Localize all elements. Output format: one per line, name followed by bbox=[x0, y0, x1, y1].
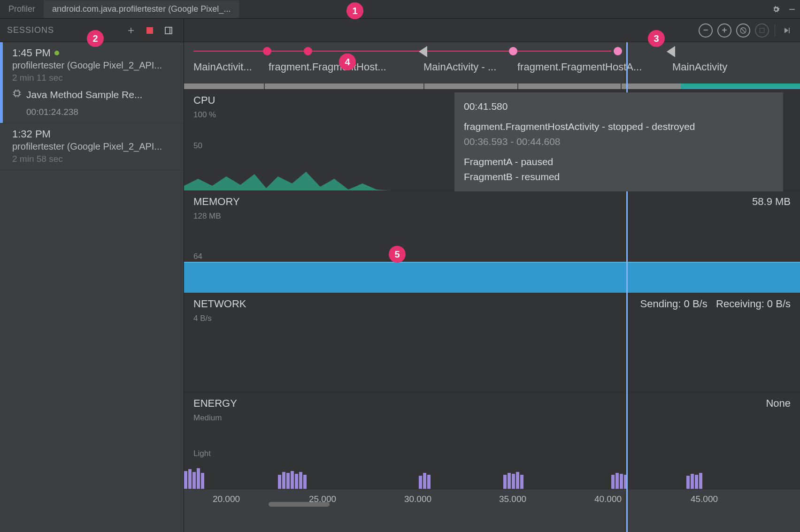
energy-chart[interactable]: ENERGY None Medium Light bbox=[184, 392, 800, 489]
callout-4: 4 bbox=[339, 53, 356, 70]
event-timeline[interactable]: MainActivit... fragment.FragmentHost... … bbox=[184, 42, 800, 84]
zoom-selection-button[interactable] bbox=[755, 23, 769, 38]
activity-label: fragment.FragmentHostA... bbox=[517, 61, 672, 73]
energy-bars bbox=[184, 456, 800, 489]
reset-zoom-button[interactable] bbox=[736, 23, 750, 38]
callout-3: 3 bbox=[648, 30, 665, 47]
touch-event-icon bbox=[304, 47, 312, 55]
timeline-toolbar: − + bbox=[184, 19, 800, 42]
live-indicator-icon bbox=[54, 51, 59, 55]
app-process-tab[interactable]: android.com.java.profilertester (Google … bbox=[44, 0, 239, 18]
svg-marker-15 bbox=[785, 28, 788, 33]
jump-to-live-button[interactable] bbox=[781, 26, 793, 35]
memory-chart[interactable]: MEMORY 58.9 MB 128 MB 64 bbox=[184, 190, 800, 293]
toggle-panel-button[interactable] bbox=[161, 23, 177, 38]
sessions-panel: SESSIONS 1:45 PM profilertester (Google … bbox=[0, 19, 184, 532]
memory-scale-mid: 64 bbox=[193, 252, 202, 261]
activity-label: MainActivity bbox=[672, 61, 792, 73]
sessions-label: SESSIONS bbox=[7, 25, 54, 35]
svg-line-12 bbox=[741, 29, 745, 32]
cpu-icon bbox=[12, 89, 22, 100]
tooltip-activity: fragment.FragmentHostActivity - stopped … bbox=[464, 119, 774, 135]
new-session-button[interactable] bbox=[123, 23, 139, 38]
event-tooltip: 00:41.580 fragment.FragmentHostActivity … bbox=[454, 92, 783, 191]
network-chart[interactable]: NETWORK Sending: 0 B/s Receiving: 0 B/s … bbox=[184, 293, 800, 392]
memory-value: 58.9 MB bbox=[752, 196, 791, 208]
touch-event-icon bbox=[509, 47, 517, 55]
recording-elapsed: 00:01:24.238 bbox=[26, 107, 78, 117]
axis-tick: 30.000 bbox=[404, 494, 431, 504]
recording-title: Java Method Sample Re... bbox=[26, 89, 142, 100]
time-axis[interactable]: 20.000 25.000 30.000 35.000 40.000 45.00… bbox=[184, 489, 800, 508]
energy-title: ENERGY bbox=[193, 397, 237, 410]
recording-item[interactable]: Java Method Sample Re... bbox=[12, 89, 177, 100]
tooltip-range: 00:36.593 - 00:44.608 bbox=[464, 134, 774, 150]
profiler-tab[interactable]: Profiler bbox=[0, 0, 44, 18]
gear-icon[interactable] bbox=[768, 1, 784, 17]
horizontal-scrollbar[interactable] bbox=[269, 502, 330, 507]
tooltip-time: 00:41.580 bbox=[464, 99, 774, 114]
cpu-scale-mid: 50 bbox=[193, 141, 202, 151]
activity-label: MainActivit... bbox=[193, 61, 269, 73]
callout-2: 2 bbox=[87, 30, 104, 47]
session-time: 1:32 PM bbox=[12, 128, 51, 140]
session-item[interactable]: 1:45 PM profilertester (Google Pixel_2_A… bbox=[0, 42, 184, 123]
network-sending: Sending: 0 B/s bbox=[640, 298, 708, 310]
memory-scale-top: 128 MB bbox=[193, 212, 791, 221]
svg-rect-3 bbox=[15, 91, 19, 96]
timeline-panel: − + MainAc bbox=[184, 19, 800, 532]
tooltip-fragment-b: FragmentB - resumed bbox=[464, 169, 774, 185]
minimize-icon[interactable] bbox=[784, 1, 800, 17]
session-duration: 2 min 58 sec bbox=[12, 154, 177, 164]
session-duration: 2 min 11 sec bbox=[12, 73, 177, 83]
callout-5: 5 bbox=[389, 246, 406, 263]
memory-title: MEMORY bbox=[193, 196, 240, 208]
session-time: 1:45 PM bbox=[12, 47, 51, 59]
network-title: NETWORK bbox=[193, 298, 246, 310]
network-scale: 4 B/s bbox=[193, 314, 791, 323]
cpu-chart[interactable]: CPU 100 % 50 00:41.580 fragment.Fragment… bbox=[184, 89, 800, 190]
touch-event-icon bbox=[263, 47, 271, 55]
session-name: profilertester (Google Pixel_2_API... bbox=[12, 60, 177, 71]
title-bar: Profiler android.com.java.profilertester… bbox=[0, 0, 800, 19]
axis-tick: 40.000 bbox=[594, 494, 622, 504]
overview-scrollbar[interactable] bbox=[184, 84, 800, 89]
energy-value: None bbox=[766, 397, 791, 410]
tooltip-fragment-a: FragmentA - paused bbox=[464, 154, 774, 170]
axis-tick: 35.000 bbox=[499, 494, 526, 504]
axis-tick: 20.000 bbox=[213, 494, 240, 504]
panel-icon bbox=[165, 27, 172, 34]
energy-scale-top: Medium bbox=[193, 413, 791, 423]
stop-session-button[interactable] bbox=[142, 23, 158, 38]
session-name: profilertester (Google Pixel_2_API... bbox=[12, 141, 177, 152]
back-event-icon bbox=[667, 46, 675, 57]
zoom-in-button[interactable]: + bbox=[717, 23, 731, 38]
back-event-icon bbox=[419, 46, 427, 57]
svg-rect-16 bbox=[789, 28, 790, 33]
cpu-title: CPU bbox=[193, 94, 215, 106]
touch-event-icon bbox=[614, 47, 622, 55]
svg-rect-14 bbox=[760, 28, 764, 32]
zoom-out-button[interactable]: − bbox=[699, 23, 713, 38]
callout-1: 1 bbox=[346, 2, 363, 19]
axis-tick: 45.000 bbox=[691, 494, 718, 504]
memory-fill bbox=[184, 263, 800, 293]
session-item[interactable]: 1:32 PM profilertester (Google Pixel_2_A… bbox=[0, 123, 184, 170]
activity-label: MainActivity - ... bbox=[423, 61, 517, 73]
network-receiving: Receiving: 0 B/s bbox=[716, 298, 791, 310]
